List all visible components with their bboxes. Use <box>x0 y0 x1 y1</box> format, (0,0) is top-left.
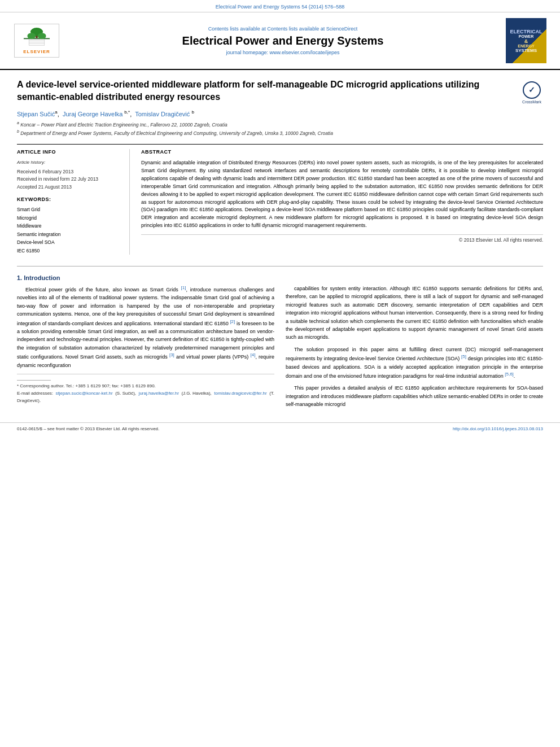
email-3-link[interactable]: tomislav.dragicevic@fer.hr <box>214 391 266 396</box>
ref-4[interactable]: [4] <box>250 352 255 357</box>
journal-title-section: Contents lists available at Contents lis… <box>68 18 498 63</box>
journal-citation-bar: Electrical Power and Energy Systems 54 (… <box>0 0 560 12</box>
keyword-4: Semantic integration <box>17 230 121 238</box>
body-two-col: Electrical power grids of the future, al… <box>17 285 543 412</box>
sciencedirect-link[interactable]: Contents lists available at Contents lis… <box>68 26 498 32</box>
journal-homepage: journal homepage: www.elsevier.com/locat… <box>68 50 498 55</box>
article-title-section: A device-level service-oriented middlewa… <box>17 78 543 104</box>
logo-line1: ELECTRICAL <box>510 29 542 34</box>
abstract-heading: Abstract <box>141 149 543 155</box>
crossmark-badge: ✓ CrossMark <box>520 81 543 104</box>
crossmark-icon: ✓ <box>523 81 541 99</box>
logo-line5: SYSTEMS <box>515 48 537 53</box>
body-col-right-para3: This paper provides a detailed analysis … <box>286 384 543 408</box>
email-1-link[interactable]: stjepan.sucic@koncar-ket.hr <box>56 391 113 396</box>
svg-rect-0 <box>24 38 50 39</box>
ref-3[interactable]: [3] <box>169 352 174 357</box>
author-3[interactable]: Tomislav Dragičević <box>135 111 190 117</box>
journal-logo-right: ELECTRICAL POWER & ENERGY SYSTEMS <box>504 18 549 63</box>
author-2[interactable]: Juraj George Havelka <box>63 111 123 117</box>
keywords-section: Keywords: Smart Grid Microgrid Middlewar… <box>17 196 121 255</box>
svg-point-3 <box>27 33 36 39</box>
article-info-abstract-section: Article Info Article history: Received 6… <box>17 149 543 255</box>
sciencedirect-text[interactable]: Contents lists available at ScienceDirec… <box>267 26 357 32</box>
article-main: A device-level service-oriented middlewa… <box>0 70 560 266</box>
body-col-right: capabilities for system entity interacti… <box>286 285 543 412</box>
keyword-2: Microgrid <box>17 214 121 222</box>
svg-point-4 <box>38 33 46 39</box>
logo-line4: ENERGY <box>518 44 535 48</box>
elsevier-brand-text: ELSEVIER <box>23 49 50 54</box>
body-content: 1. Introduction Electrical power grids o… <box>0 267 560 418</box>
article-history: Article history: Received 6 February 201… <box>17 159 121 191</box>
keyword-5: Device-level SOA <box>17 238 121 246</box>
homepage-url[interactable]: www.elsevier.com/locate/ijepes <box>270 50 340 55</box>
article-title: A device-level service-oriented middlewa… <box>17 78 480 103</box>
ref-56[interactable]: [5,6] <box>505 372 514 377</box>
journal-header: ELSEVIER Contents lists available at Con… <box>0 12 560 70</box>
logo-line3: & <box>524 38 528 44</box>
revised-date: Received in revised form 22 July 2013 <box>17 176 98 182</box>
authors-line: Stjepan Sučića, Juraj George Havelka b,*… <box>17 110 543 117</box>
issn-text: 0142-0615/$ – see front matter © 2013 El… <box>17 426 159 431</box>
author-1[interactable]: Stjepan Sučić <box>17 111 55 117</box>
keyword-6: IEC 61850 <box>17 247 121 255</box>
footnote-emails: E-mail addresses: stjepan.sucic@koncar-k… <box>17 390 274 405</box>
keyword-1: Smart Grid <box>17 206 121 213</box>
article-info-col: Article Info Article history: Received 6… <box>17 149 130 255</box>
journal-title: Electrical Power and Energy Systems <box>68 34 498 47</box>
ref-5[interactable]: [5] <box>461 354 466 359</box>
keyword-3: Middleware <box>17 222 121 230</box>
copyright-text: © 2013 Elsevier Ltd. All rights reserved… <box>459 237 543 243</box>
elsevier-logo: ELSEVIER <box>14 24 59 58</box>
right-logo-box: ELECTRICAL POWER & ENERGY SYSTEMS <box>506 18 546 63</box>
section-1-title: 1. Introduction <box>17 274 543 281</box>
article-info-heading: Article Info <box>17 149 121 155</box>
body-col-right-para2: The solution proposed in this paper aims… <box>286 346 543 381</box>
email-2-link[interactable]: juraj.havelka@fer.hr <box>139 391 179 396</box>
body-col-left-para1: Electrical power grids of the future, al… <box>17 285 274 369</box>
body-col-left: Electrical power grids of the future, al… <box>17 285 274 412</box>
bottom-bar: 0142-0615/$ – see front matter © 2013 El… <box>0 422 560 434</box>
footnote-divider <box>17 380 51 381</box>
body-col-right-para1: capabilities for system entity interacti… <box>286 285 543 342</box>
ref-2[interactable]: [2] <box>230 319 235 324</box>
copyright-line: © 2013 Elsevier Ltd. All rights reserved… <box>141 234 543 243</box>
footnote-corresponding: * Corresponding author. Tel.: +385 1 612… <box>17 383 274 390</box>
received-date: Received 6 February 2013 <box>17 169 73 174</box>
logo-line2: POWER <box>519 34 533 38</box>
history-label: Article history: <box>17 159 121 167</box>
elsevier-logo-container: ELSEVIER <box>11 18 62 63</box>
abstract-col: Abstract Dynamic and adaptable integrati… <box>141 149 543 255</box>
footnote-section: * Corresponding author. Tel.: +385 1 612… <box>17 374 274 404</box>
journal-citation: Electrical Power and Energy Systems 54 (… <box>216 4 345 10</box>
ref-1[interactable]: [1] <box>181 285 186 290</box>
accepted-date: Accepted 21 August 2013 <box>17 184 72 190</box>
abstract-text: Dynamic and adaptable integration of Dis… <box>141 159 543 230</box>
keywords-heading: Keywords: <box>17 196 121 202</box>
doi-link[interactable]: http://dx.doi.org/10.1016/j.ijepes.2013.… <box>453 426 543 431</box>
crossmark-text: CrossMark <box>522 100 541 104</box>
affiliations: a Koncar – Power Plant and Electric Trac… <box>17 121 543 137</box>
divider-line <box>17 144 543 145</box>
